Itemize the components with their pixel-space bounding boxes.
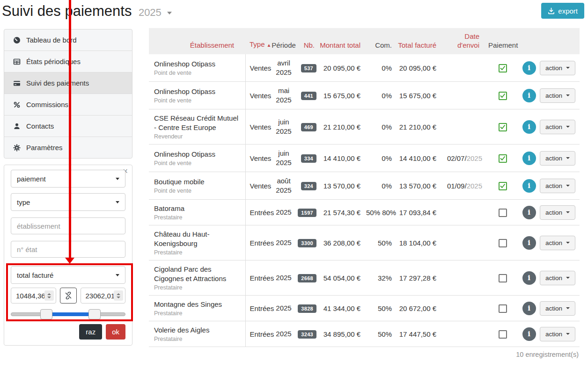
nb-badge: 3243 [298, 330, 316, 339]
header-etablissement[interactable]: Établissement [149, 28, 245, 54]
stepper-arrows[interactable] [44, 290, 54, 301]
action-button[interactable]: action [540, 205, 575, 220]
header-periode[interactable]: Période [272, 28, 296, 54]
sidebar-item-commissions[interactable]: Commissions [4, 94, 132, 116]
header-com[interactable]: Com. [366, 28, 396, 54]
sidebar-item-tableau-de-bord[interactable]: Tableau de bord [4, 29, 132, 51]
info-icon[interactable]: i [522, 327, 536, 341]
type-cell: Entrées [245, 260, 272, 296]
chevron-down-icon [116, 178, 119, 180]
action-button[interactable]: action [540, 271, 575, 285]
paiement-checkbox[interactable] [499, 239, 507, 247]
info-icon[interactable]: i [522, 179, 536, 193]
table-row: Montagne des Singes Prestataire Entrées … [149, 296, 580, 321]
sidebar-item-suivi-des-paiements[interactable]: Suivi des paiements [4, 72, 132, 94]
header-date-envoi[interactable]: Date d'envoi [441, 28, 486, 54]
etablissement-name: Volerie des Aigles [154, 325, 242, 335]
action-button[interactable]: action [540, 301, 575, 316]
chevron-down-icon [566, 185, 570, 187]
export-button[interactable]: export [541, 3, 584, 19]
chevron-down-icon [566, 67, 570, 69]
action-button[interactable]: action [540, 88, 575, 103]
sidebar-item--tats-p-riodiques[interactable]: États périodiques [4, 51, 132, 72]
action-button[interactable]: action [540, 151, 575, 166]
chevron-down-icon [566, 211, 570, 213]
action-button[interactable]: action [540, 327, 575, 341]
stepper-arrows[interactable] [114, 290, 123, 301]
year-selector-value: 2025 [139, 7, 162, 18]
table-row: Onlineshop Otipass Point de vente Ventes… [149, 54, 580, 82]
paiement-checkbox[interactable] [499, 92, 507, 100]
paiement-checkbox[interactable] [499, 304, 507, 313]
header-montant-total[interactable]: Montant total [317, 28, 366, 54]
header-paiement[interactable]: Paiement [486, 28, 520, 54]
action-button[interactable]: action [540, 120, 575, 134]
total-facture-cell: 20 672,00 € [396, 296, 441, 321]
info-icon[interactable]: i [522, 271, 536, 285]
montant-total-cell: 13 570,00 € [317, 172, 366, 200]
range-field-select[interactable]: total facturé [11, 266, 125, 284]
sidebar-item-label: États périodiques [26, 58, 81, 65]
type-cell: Ventes [245, 82, 272, 109]
header-type[interactable]: Type▲ [245, 28, 272, 54]
paiement-checkbox[interactable] [499, 182, 507, 190]
ok-button[interactable]: ok [106, 324, 125, 340]
reset-button[interactable]: raz [79, 324, 102, 340]
filter-panel: × paiement type total facturé [4, 165, 132, 346]
nb-badge: 1597 [298, 209, 316, 217]
type-filter-select[interactable]: type [11, 193, 125, 211]
header-total-facture[interactable]: Total facturé [396, 28, 441, 54]
paiement-checkbox[interactable] [499, 330, 507, 339]
date-envoi-year: 2025 [467, 154, 482, 162]
info-icon[interactable]: i [522, 302, 536, 315]
table-icon [13, 58, 21, 65]
nb-badge: 537 [301, 64, 316, 72]
chevron-down-icon [167, 12, 172, 14]
slider-handle-max[interactable] [88, 309, 101, 319]
range-field-value: total facturé [17, 271, 53, 279]
action-button[interactable]: action [540, 179, 575, 193]
type-cell: Ventes [245, 109, 272, 145]
header-nb[interactable]: Nb. [296, 28, 317, 54]
sidebar-item-param-tres[interactable]: Paramètres [4, 137, 132, 158]
chevron-up-icon [47, 293, 51, 295]
page-title: Suivi des paiements [2, 3, 132, 20]
paiement-filter-select[interactable]: paiement [11, 170, 125, 188]
info-icon[interactable]: i [522, 120, 536, 134]
nb-badge: 3828 [298, 304, 316, 313]
periode-cell: 2025 [272, 321, 296, 347]
chevron-down-icon [116, 274, 119, 276]
montant-total-cell: 20 095,00 € [317, 54, 366, 82]
unlink-button[interactable] [60, 288, 77, 304]
total-facture-cell: 21 210,00 € [396, 109, 441, 145]
table-row: CSE Réseau Crédit Mutuel - Centre Est Eu… [149, 109, 580, 145]
montant-total-cell: 36 208,00 € [317, 225, 366, 260]
range-max-input[interactable] [81, 292, 118, 300]
year-selector[interactable]: 2025 [139, 7, 172, 19]
info-icon[interactable]: i [522, 61, 536, 75]
sidebar-item-contacts[interactable]: Contacts [4, 116, 132, 137]
chevron-down-icon [566, 157, 570, 159]
range-min-field [11, 288, 56, 304]
info-icon[interactable]: i [522, 206, 536, 219]
range-min-input[interactable] [11, 292, 49, 300]
info-icon[interactable]: i [522, 89, 536, 102]
numero-etat-filter-input[interactable] [11, 241, 125, 258]
slider-handle-min[interactable] [40, 309, 52, 319]
etablissement-filter-input[interactable] [11, 217, 125, 234]
periode-cell: juin 2025 [272, 145, 296, 172]
paiement-checkbox[interactable] [499, 123, 507, 131]
paiement-checkbox[interactable] [499, 274, 507, 282]
range-slider[interactable] [11, 309, 125, 319]
info-icon[interactable]: i [522, 236, 536, 250]
action-button[interactable]: action [540, 236, 575, 250]
action-button[interactable]: action [540, 61, 575, 75]
paiement-checkbox[interactable] [499, 154, 507, 163]
paiement-checkbox[interactable] [499, 209, 507, 217]
type-cell: Entrées [245, 225, 272, 260]
total-facture-cell: 17 297,28 € [396, 260, 441, 296]
payments-table-section: Établissement Type▲ Période Nb. Montant … [149, 28, 580, 358]
paiement-checkbox[interactable] [499, 64, 507, 72]
info-icon[interactable]: i [522, 152, 536, 165]
chevron-down-icon [116, 201, 119, 203]
